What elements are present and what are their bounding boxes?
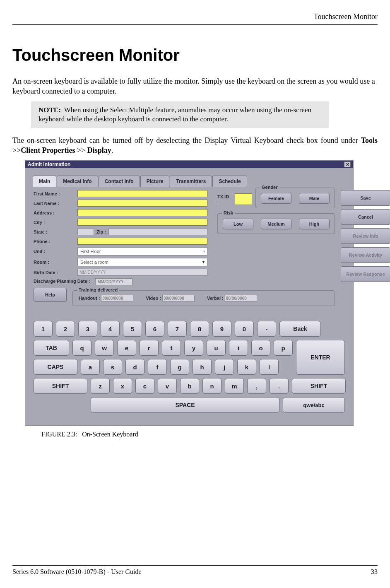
key-k[interactable]: k bbox=[237, 359, 256, 375]
key-period[interactable]: . bbox=[270, 378, 289, 394]
verbal-input[interactable]: 00/00/0000 bbox=[225, 295, 257, 301]
key-h[interactable]: h bbox=[193, 359, 212, 375]
key-m[interactable]: m bbox=[225, 378, 244, 394]
key-5[interactable]: 5 bbox=[123, 321, 142, 337]
note-label: NOTE: bbox=[39, 106, 61, 114]
key-q[interactable]: q bbox=[72, 340, 91, 356]
page-footer: Series 6.0 Software (0510-1079-B) - User… bbox=[12, 565, 378, 576]
birth-input[interactable]: MM/DD/YYYY bbox=[77, 269, 207, 276]
key-4[interactable]: 4 bbox=[101, 321, 120, 337]
window-titlebar: Admit Information ✕ bbox=[25, 161, 353, 168]
label-unit: Unit : bbox=[34, 249, 75, 254]
tabs-row: Main Medical Info Contact Info Picture T… bbox=[33, 176, 345, 187]
key-3[interactable]: 3 bbox=[78, 321, 97, 337]
city-input[interactable] bbox=[77, 219, 207, 226]
key-2[interactable]: 2 bbox=[56, 321, 75, 337]
key-s[interactable]: s bbox=[103, 359, 122, 375]
risk-low[interactable]: Low bbox=[223, 219, 253, 229]
note-box: NOTE: When using the Select Multiple fea… bbox=[31, 101, 329, 128]
dpd-input[interactable]: MM/DD/YYYY bbox=[95, 278, 132, 285]
risk-legend: Risk bbox=[222, 210, 235, 215]
key-l[interactable]: l bbox=[260, 359, 279, 375]
key-g[interactable]: g bbox=[170, 359, 189, 375]
tab-transmitters[interactable]: Transmitters bbox=[170, 176, 212, 187]
key-f[interactable]: f bbox=[148, 359, 167, 375]
risk-medium[interactable]: Medium bbox=[261, 219, 291, 229]
tab-medical[interactable]: Medical Info bbox=[57, 176, 98, 187]
tab-schedule[interactable]: Schedule bbox=[212, 176, 247, 187]
state-input[interactable] bbox=[77, 228, 94, 235]
key-dash[interactable]: - bbox=[257, 321, 276, 337]
key-w[interactable]: w bbox=[95, 340, 114, 356]
cancel-button[interactable]: Cancel bbox=[341, 209, 390, 225]
key-shift-left[interactable]: SHIFT bbox=[34, 378, 87, 394]
unit-select[interactable]: First Floor bbox=[77, 247, 207, 255]
key-enter[interactable]: ENTER bbox=[296, 340, 345, 375]
tab-contact[interactable]: Contact Info bbox=[99, 176, 140, 187]
key-back[interactable]: Back bbox=[279, 321, 321, 337]
review-info-button[interactable]: Review Info bbox=[341, 228, 390, 244]
key-9[interactable]: 9 bbox=[212, 321, 231, 337]
key-6[interactable]: 6 bbox=[145, 321, 164, 337]
video-input[interactable]: 00/00/0000 bbox=[162, 295, 195, 301]
key-1[interactable]: 1 bbox=[34, 321, 53, 337]
training-legend: Training delivered bbox=[77, 287, 119, 292]
key-caps[interactable]: CAPS bbox=[34, 359, 77, 375]
save-button[interactable]: Save bbox=[341, 190, 390, 206]
p2-s1: >> bbox=[12, 146, 21, 154]
handout-input[interactable]: 00/00/0000 bbox=[101, 295, 133, 301]
address-input[interactable] bbox=[77, 209, 207, 216]
key-shift-right[interactable]: SHIFT bbox=[292, 378, 346, 394]
key-e[interactable]: e bbox=[117, 340, 136, 356]
key-n[interactable]: n bbox=[202, 378, 221, 394]
male-button[interactable]: Male bbox=[299, 193, 330, 204]
key-v[interactable]: v bbox=[158, 378, 177, 394]
review-response-button[interactable]: Review Response bbox=[341, 266, 390, 282]
label-last: Last Name : bbox=[34, 201, 75, 206]
key-d[interactable]: d bbox=[125, 359, 144, 375]
key-o[interactable]: o bbox=[251, 340, 270, 356]
room-select[interactable]: Select a room bbox=[77, 258, 207, 266]
zip-input[interactable] bbox=[108, 228, 207, 235]
last-name-input[interactable] bbox=[77, 200, 207, 207]
key-y[interactable]: y bbox=[184, 340, 203, 356]
key-7[interactable]: 7 bbox=[168, 321, 187, 337]
right-column: Save Cancel Review Info Review Activity … bbox=[341, 190, 390, 282]
tab-main[interactable]: Main bbox=[33, 176, 56, 187]
label-first: First Name : bbox=[34, 191, 75, 196]
key-p[interactable]: p bbox=[274, 340, 293, 356]
label-city: City : bbox=[34, 220, 75, 225]
label-phone: Phone : bbox=[34, 239, 75, 244]
key-qweabc[interactable]: qwe/abc bbox=[283, 397, 345, 413]
key-u[interactable]: u bbox=[207, 340, 226, 356]
key-comma[interactable]: , bbox=[247, 378, 266, 394]
key-b[interactable]: b bbox=[180, 378, 199, 394]
key-tab[interactable]: TAB bbox=[34, 340, 69, 356]
key-j[interactable]: j bbox=[215, 359, 234, 375]
key-c[interactable]: c bbox=[135, 378, 154, 394]
close-icon[interactable]: ✕ bbox=[344, 161, 351, 167]
tab-picture[interactable]: Picture bbox=[140, 176, 170, 187]
key-r[interactable]: r bbox=[140, 340, 159, 356]
key-space[interactable]: SPACE bbox=[91, 397, 279, 413]
key-8[interactable]: 8 bbox=[190, 321, 209, 337]
key-z[interactable]: z bbox=[91, 378, 110, 394]
first-name-input[interactable] bbox=[77, 190, 207, 197]
p2-end: . bbox=[111, 146, 113, 154]
paragraph-2: The on-screen keyboard can be turned off… bbox=[12, 135, 378, 156]
female-button[interactable]: Female bbox=[261, 193, 291, 204]
phone-input[interactable] bbox=[77, 238, 207, 245]
label-room: Room : bbox=[34, 260, 75, 265]
key-a[interactable]: a bbox=[81, 359, 100, 375]
txid-input[interactable] bbox=[235, 193, 252, 205]
footer-page: 33 bbox=[371, 568, 378, 576]
review-activity-button[interactable]: Review Activity bbox=[341, 247, 390, 263]
risk-high[interactable]: High bbox=[299, 219, 330, 229]
key-t[interactable]: t bbox=[162, 340, 181, 356]
key-x[interactable]: x bbox=[113, 378, 132, 394]
key-i[interactable]: i bbox=[229, 340, 248, 356]
intro-paragraph: An on-screen keyboard is available to fu… bbox=[12, 76, 378, 96]
label-txid: TX ID : bbox=[217, 194, 231, 204]
help-button[interactable]: Help bbox=[34, 288, 67, 302]
key-0[interactable]: 0 bbox=[235, 321, 254, 337]
